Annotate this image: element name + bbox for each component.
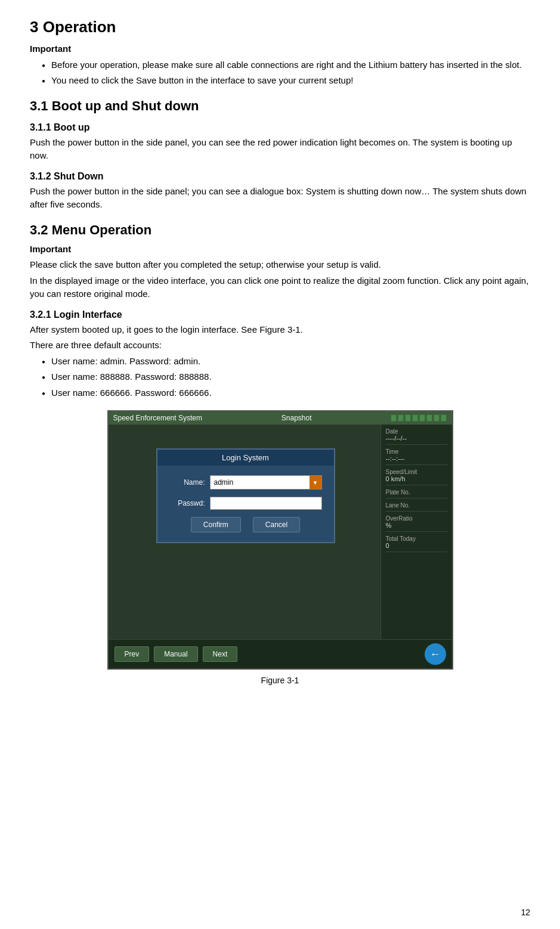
screenshot-sidebar: Date ----/--/-- Time --:--:--- Speed/Lim… xyxy=(380,425,452,639)
login-body: Name: ▼ Passwd: xyxy=(157,466,334,542)
sidebar-total-label: Total Today xyxy=(386,535,447,542)
topbar-title: Speed Enforcement System xyxy=(113,414,202,422)
login-name-input[interactable] xyxy=(211,476,310,488)
topbar-block-7 xyxy=(434,414,440,422)
accounts-list: User name: admin. Password: admin. User … xyxy=(42,355,530,400)
sidebar-time-label: Time xyxy=(386,448,447,455)
sidebar-time: Time --:--:--- xyxy=(386,448,447,465)
topbar-block-5 xyxy=(419,414,425,422)
important-line-2-2: In the displayed image or the video inte… xyxy=(30,274,530,301)
section-321-text1: After system booted up, it goes to the l… xyxy=(30,323,530,337)
login-passwd-input[interactable] xyxy=(210,497,322,510)
login-cancel-button[interactable]: Cancel xyxy=(253,517,300,532)
important-bullet-1-2: You need to click the Save button in the… xyxy=(42,74,530,88)
section-321-title: 3.2.1 Login Interface xyxy=(30,309,530,320)
prev-button[interactable]: Prev xyxy=(115,646,150,662)
account-1: User name: admin. Password: admin. xyxy=(42,355,530,368)
topbar-block-6 xyxy=(426,414,432,422)
login-passwd-row: Passwd: xyxy=(169,497,322,510)
sidebar-date-value: ----/--/-- xyxy=(386,435,447,442)
topbar-right xyxy=(391,414,447,422)
back-arrow-button[interactable]: ← xyxy=(425,643,446,665)
account-3: User name: 666666. Password: 666666. xyxy=(42,386,530,400)
sidebar-speed: Speed/Limit 0 km/h xyxy=(386,469,447,485)
login-name-input-wrapper[interactable]: ▼ xyxy=(210,475,322,490)
page-number: 12 xyxy=(521,908,530,917)
topbar-block-1 xyxy=(391,414,397,422)
sidebar-total: Total Today 0 xyxy=(386,535,447,552)
next-button[interactable]: Next xyxy=(203,646,238,662)
important-bullets-1: Before your operation, please make sure … xyxy=(42,58,530,88)
important-label-2: Important xyxy=(30,243,530,256)
sidebar-date-label: Date xyxy=(386,428,447,435)
login-dropdown-arrow[interactable]: ▼ xyxy=(310,476,321,489)
login-buttons: Confirm Cancel xyxy=(169,517,322,532)
screenshot-main: Login System Name: ▼ Passwd: xyxy=(109,425,380,639)
sidebar-total-value: 0 xyxy=(386,542,447,549)
login-passwd-label: Passwd: xyxy=(169,499,205,507)
important-bullet-1-1: Before your operation, please make sure … xyxy=(42,58,530,72)
sidebar-overratio-value: % xyxy=(386,522,447,529)
topbar-block-2 xyxy=(398,414,404,422)
section-31-title: 3.1 Boot up and Shut down xyxy=(30,98,530,114)
login-dialog: Login System Name: ▼ Passwd: xyxy=(156,448,335,543)
figure-container: Speed Enforcement System Snapshot Login … xyxy=(107,410,453,689)
sidebar-plate: Plate No. xyxy=(386,489,447,498)
manual-button[interactable]: Manual xyxy=(154,646,197,662)
login-title: Login System xyxy=(157,450,334,466)
section-311-title: 3.1.1 Boot up xyxy=(30,122,530,133)
sidebar-lane: Lane No. xyxy=(386,502,447,512)
sidebar-plate-label: Plate No. xyxy=(386,489,447,496)
sidebar-date: Date ----/--/-- xyxy=(386,428,447,445)
bottom-nav-buttons: Prev Manual Next xyxy=(115,646,238,662)
login-name-label: Name: xyxy=(169,478,205,487)
sidebar-overratio: OverRatio % xyxy=(386,515,447,532)
topbar-block-8 xyxy=(441,414,447,422)
topbar-block-4 xyxy=(412,414,418,422)
sidebar-speed-value: 0 km/h xyxy=(386,475,447,482)
section-321-text2: There are three default accounts: xyxy=(30,339,530,352)
important-line-2-1: Please click the save button after you c… xyxy=(30,258,530,272)
login-confirm-button[interactable]: Confirm xyxy=(191,517,241,532)
screenshot: Speed Enforcement System Snapshot Login … xyxy=(107,410,453,670)
important-label-1: Important xyxy=(30,42,530,56)
section-311-text: Push the power button in the side panel,… xyxy=(30,136,530,163)
sidebar-lane-label: Lane No. xyxy=(386,502,447,509)
sidebar-overratio-label: OverRatio xyxy=(386,515,447,522)
screenshot-body: Login System Name: ▼ Passwd: xyxy=(109,425,452,639)
account-2: User name: 888888. Password: 888888. xyxy=(42,370,530,384)
sidebar-speed-label: Speed/Limit xyxy=(386,469,447,475)
figure-caption: Figure 3-1 xyxy=(261,674,299,687)
section-312-text: Push the power button in the side panel;… xyxy=(30,185,530,212)
topbar-center: Snapshot xyxy=(281,414,312,422)
section-312-title: 3.1.2 Shut Down xyxy=(30,171,530,182)
sidebar-time-value: --:--:--- xyxy=(386,455,447,462)
topbar-block-3 xyxy=(405,414,411,422)
screenshot-topbar: Speed Enforcement System Snapshot xyxy=(109,411,452,425)
screenshot-bottombar: Prev Manual Next ← xyxy=(109,639,452,668)
login-name-row: Name: ▼ xyxy=(169,475,322,490)
chapter-heading: 3 Operation xyxy=(30,18,530,36)
section-32-title: 3.2 Menu Operation xyxy=(30,222,530,238)
